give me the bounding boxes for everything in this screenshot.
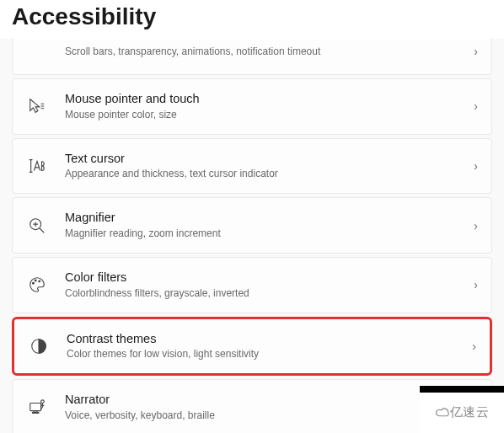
text-block: Scroll bars, transparency, animations, n… — [65, 44, 474, 59]
watermark: 亿速云 — [420, 386, 504, 433]
chevron-right-icon: › — [474, 159, 478, 173]
item-title: Mouse pointer and touch — [65, 91, 474, 107]
item-title: Narrator — [65, 392, 474, 408]
page-header: Accessibility — [0, 0, 504, 39]
page-title: Accessibility — [12, 3, 492, 30]
mouse-pointer-icon — [26, 95, 48, 117]
text-block: Mouse pointer and touch Mouse pointer co… — [65, 91, 474, 122]
contrast-icon — [28, 335, 50, 357]
magnifier-icon — [26, 215, 48, 237]
narrator-icon — [26, 397, 48, 419]
item-color-filters[interactable]: Color filters Colorblindness filters, gr… — [12, 257, 492, 313]
svg-point-1 — [33, 282, 35, 284]
svg-rect-5 — [30, 403, 41, 410]
item-subtitle: Voice, verbosity, keyboard, braille — [65, 409, 474, 423]
palette-icon — [26, 274, 48, 296]
svg-point-3 — [39, 281, 40, 282]
sparkle-icon — [26, 40, 48, 62]
svg-rect-7 — [33, 412, 39, 413]
text-cursor-icon — [26, 155, 48, 177]
item-subtitle: Mouse pointer color, size — [65, 108, 474, 122]
item-subtitle: Color themes for low vision, light sensi… — [67, 347, 472, 361]
item-subtitle: Magnifier reading, zoom increment — [65, 227, 474, 241]
item-contrast-themes[interactable]: Contrast themes Color themes for low vis… — [12, 317, 492, 377]
item-title: Contrast themes — [67, 331, 472, 347]
svg-point-2 — [35, 280, 36, 281]
item-title: Magnifier — [65, 210, 474, 226]
chevron-right-icon: › — [472, 339, 476, 353]
text-block: Contrast themes Color themes for low vis… — [67, 331, 472, 362]
text-block: Narrator Voice, verbosity, keyboard, bra… — [65, 392, 474, 423]
item-subtitle: Colorblindness filters, grayscale, inver… — [65, 286, 474, 301]
text-block: Color filters Colorblindness filters, gr… — [65, 270, 474, 301]
text-block: Magnifier Magnifier reading, zoom increm… — [65, 210, 474, 241]
chevron-right-icon: › — [474, 219, 478, 233]
item-visual-effects[interactable]: Scroll bars, transparency, animations, n… — [12, 39, 492, 75]
item-title: Color filters — [65, 270, 474, 286]
chevron-right-icon: › — [474, 45, 478, 58]
item-text-cursor[interactable]: Text cursor Appearance and thickness, te… — [12, 138, 492, 195]
text-block: Text cursor Appearance and thickness, te… — [65, 151, 474, 182]
watermark-text: 亿速云 — [435, 404, 490, 420]
watermark-bar — [420, 386, 504, 393]
chevron-right-icon: › — [474, 278, 478, 291]
chevron-right-icon: › — [474, 99, 478, 113]
item-mouse-pointer[interactable]: Mouse pointer and touch Mouse pointer co… — [12, 78, 492, 135]
item-subtitle: Scroll bars, transparency, animations, n… — [65, 45, 474, 59]
item-subtitle: Appearance and thickness, text cursor in… — [65, 167, 474, 181]
item-magnifier[interactable]: Magnifier Magnifier reading, zoom increm… — [12, 197, 492, 254]
svg-point-8 — [41, 399, 45, 403]
settings-list: Scroll bars, transparency, animations, n… — [0, 39, 504, 433]
item-title: Text cursor — [65, 151, 474, 167]
